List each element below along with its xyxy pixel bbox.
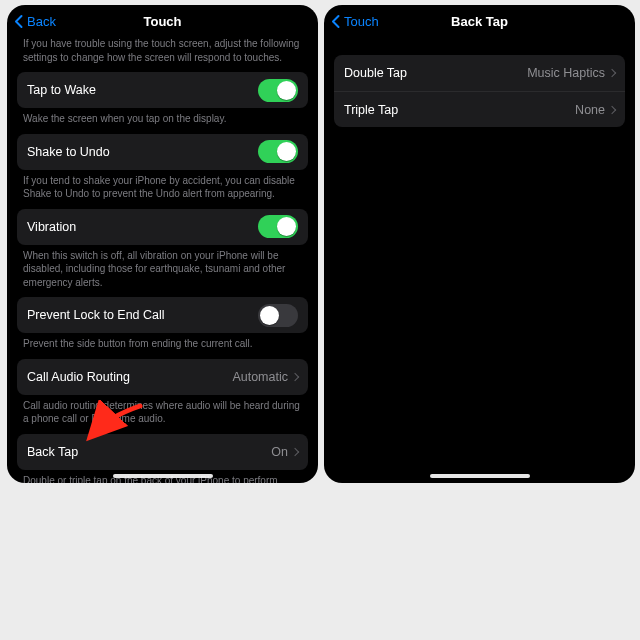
back-tap-settings-screen: Touch Back Tap Double Tap Music Haptics … <box>324 5 635 483</box>
back-tap-value: On <box>271 445 288 459</box>
prevent-lock-cell[interactable]: Prevent Lock to End Call <box>17 297 308 333</box>
tap-to-wake-switch[interactable] <box>258 79 298 102</box>
shake-to-undo-label: Shake to Undo <box>27 145 110 159</box>
prevent-lock-switch[interactable] <box>258 304 298 327</box>
vibration-footer: When this switch is off, all vibration o… <box>17 245 308 298</box>
nav-back-label: Back <box>27 14 56 29</box>
back-tap-cell[interactable]: Back Tap On <box>17 434 308 470</box>
triple-tap-label: Triple Tap <box>344 103 398 117</box>
shake-to-undo-switch[interactable] <box>258 140 298 163</box>
chevron-left-icon <box>330 14 342 28</box>
shake-to-undo-footer: If you tend to shake your iPhone by acci… <box>17 170 308 209</box>
prevent-lock-footer: Prevent the side button from ending the … <box>17 333 308 359</box>
switch-knob <box>277 142 296 161</box>
switch-knob <box>260 306 279 325</box>
triple-tap-cell[interactable]: Triple Tap None <box>334 91 625 127</box>
chevron-left-icon <box>13 14 25 28</box>
prevent-lock-label: Prevent Lock to End Call <box>27 308 165 322</box>
triple-tap-value: None <box>575 103 605 117</box>
touch-settings-screen: Back Touch If you have trouble using the… <box>7 5 318 483</box>
home-indicator <box>113 474 213 478</box>
chevron-right-icon <box>608 69 616 77</box>
intro-text: If you have trouble using the touch scre… <box>17 37 308 72</box>
chevron-right-icon <box>608 105 616 113</box>
chevron-right-icon <box>291 447 299 455</box>
call-audio-cell[interactable]: Call Audio Routing Automatic <box>17 359 308 395</box>
nav-title: Back Tap <box>451 14 508 29</box>
call-audio-footer: Call audio routing determines where audi… <box>17 395 308 434</box>
navbar: Back Touch <box>7 5 318 37</box>
navbar: Touch Back Tap <box>324 5 635 37</box>
content-scroll[interactable]: If you have trouble using the touch scre… <box>7 37 318 483</box>
call-audio-label: Call Audio Routing <box>27 370 130 384</box>
back-tap-label: Back Tap <box>27 445 78 459</box>
nav-back-button[interactable]: Back <box>13 14 56 29</box>
tap-to-wake-cell[interactable]: Tap to Wake <box>17 72 308 108</box>
home-indicator <box>430 474 530 478</box>
nav-back-label: Touch <box>344 14 379 29</box>
nav-title: Touch <box>143 14 181 29</box>
switch-knob <box>277 217 296 236</box>
call-audio-value: Automatic <box>232 370 288 384</box>
double-tap-cell[interactable]: Double Tap Music Haptics <box>334 55 625 91</box>
nav-back-button[interactable]: Touch <box>330 14 379 29</box>
double-tap-label: Double Tap <box>344 66 407 80</box>
switch-knob <box>277 81 296 100</box>
chevron-right-icon <box>291 372 299 380</box>
back-tap-group: Double Tap Music Haptics Triple Tap None <box>334 55 625 127</box>
vibration-label: Vibration <box>27 220 76 234</box>
tap-to-wake-footer: Wake the screen when you tap on the disp… <box>17 108 308 134</box>
vibration-cell[interactable]: Vibration <box>17 209 308 245</box>
content-scroll[interactable]: Double Tap Music Haptics Triple Tap None <box>324 37 635 141</box>
shake-to-undo-cell[interactable]: Shake to Undo <box>17 134 308 170</box>
double-tap-value: Music Haptics <box>527 66 605 80</box>
tap-to-wake-label: Tap to Wake <box>27 83 96 97</box>
vibration-switch[interactable] <box>258 215 298 238</box>
